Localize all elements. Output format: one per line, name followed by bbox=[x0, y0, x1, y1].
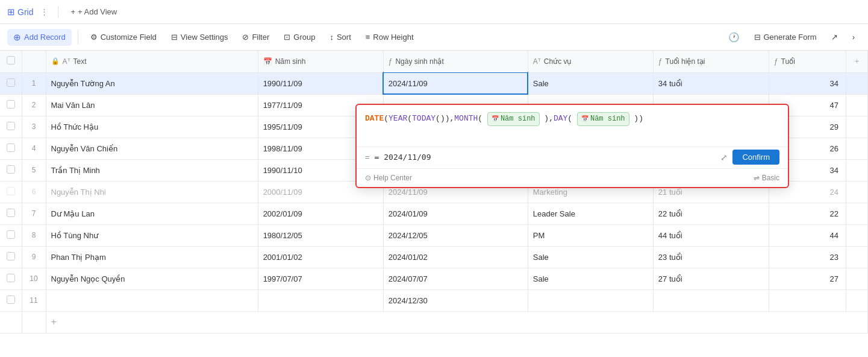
row-tuoi-hien-tai[interactable]: 34 tuổi bbox=[653, 72, 769, 94]
row-cb[interactable] bbox=[7, 252, 15, 261]
header-cb[interactable] bbox=[7, 56, 15, 65]
row-checkbox-cell[interactable] bbox=[0, 159, 22, 181]
row-cb[interactable] bbox=[7, 165, 15, 174]
row-nam-sinh[interactable] bbox=[258, 289, 383, 311]
row-text[interactable]: Nguyễn Tường An bbox=[46, 72, 258, 94]
customize-field-button[interactable]: ⚙ Customize Field bbox=[84, 30, 163, 45]
row-checkbox-cell[interactable] bbox=[0, 224, 22, 246]
row-cb[interactable] bbox=[7, 295, 15, 304]
add-row-num bbox=[22, 311, 46, 333]
row-number: 8 bbox=[22, 224, 46, 246]
row-chuc-vu[interactable]: Sale bbox=[528, 246, 653, 268]
row-text[interactable]: Phan Thị Phạm bbox=[46, 246, 258, 268]
row-tuoi[interactable]: 27 bbox=[769, 268, 846, 289]
grid-view-tab[interactable]: ⊞ Grid bbox=[7, 7, 33, 17]
help-center-link[interactable]: ⊙ Help Center bbox=[365, 174, 412, 182]
row-tuoi[interactable] bbox=[769, 289, 846, 311]
grid-options-menu[interactable]: ⋮ bbox=[38, 7, 51, 16]
row-nam-sinh[interactable]: 1980/12/05 bbox=[258, 224, 383, 246]
row-tuoi-hien-tai[interactable] bbox=[653, 289, 769, 311]
row-checkbox-cell[interactable] bbox=[0, 116, 22, 137]
add-row-plus-cell[interactable]: + bbox=[46, 311, 868, 333]
row-text[interactable]: Hồ Tùng Như bbox=[46, 224, 258, 246]
row-text[interactable] bbox=[46, 289, 258, 311]
more-button[interactable]: › bbox=[846, 30, 861, 45]
row-nam-sinh[interactable]: 2001/01/02 bbox=[258, 246, 383, 268]
row-tuoi[interactable]: 22 bbox=[769, 203, 846, 224]
confirm-button[interactable]: Confirm bbox=[732, 150, 779, 165]
view-settings-button[interactable]: ⊟ View Settings bbox=[165, 30, 234, 45]
header-tuoi[interactable]: ƒ Tuổi bbox=[769, 51, 846, 72]
expand-icon[interactable]: ⤢ bbox=[720, 153, 728, 162]
header-tuoi-hien-tai[interactable]: ƒ Tuổi hiện tại bbox=[653, 51, 769, 72]
formula-field-tag-2[interactable]: 📅Năm sinh bbox=[577, 112, 629, 126]
row-cb[interactable] bbox=[7, 230, 15, 239]
row-cb[interactable] bbox=[7, 144, 15, 152]
row-chuc-vu[interactable]: Sale bbox=[528, 268, 653, 289]
row-chuc-vu[interactable]: PM bbox=[528, 224, 653, 246]
row-ngay-sinh[interactable]: 2024/07/07 bbox=[383, 268, 528, 289]
row-tuoi-hien-tai[interactable]: 22 tuổi bbox=[653, 203, 769, 224]
row-tuoi-hien-tai[interactable]: 44 tuổi bbox=[653, 224, 769, 246]
row-cb[interactable] bbox=[7, 78, 15, 87]
group-button[interactable]: ⊡ Group bbox=[278, 30, 321, 45]
row-chuc-vu[interactable]: Sale bbox=[528, 72, 653, 94]
row-checkbox-cell[interactable] bbox=[0, 246, 22, 268]
header-checkbox[interactable] bbox=[0, 51, 22, 72]
row-chuc-vu[interactable] bbox=[528, 289, 653, 311]
row-checkbox-cell[interactable] bbox=[0, 289, 22, 311]
row-cb[interactable] bbox=[7, 122, 15, 130]
row-checkbox-cell[interactable] bbox=[0, 94, 22, 116]
header-nam-sinh[interactable]: 📅 Năm sinh bbox=[258, 51, 383, 72]
row-checkbox-cell[interactable] bbox=[0, 181, 22, 203]
add-record-button[interactable]: ⊕ Add Record bbox=[7, 29, 72, 46]
row-tuoi[interactable]: 23 bbox=[769, 246, 846, 268]
row-tuoi-hien-tai[interactable]: 23 tuổi bbox=[653, 246, 769, 268]
row-nam-sinh[interactable]: 2002/01/09 bbox=[258, 203, 383, 224]
row-nam-sinh[interactable]: 1997/07/07 bbox=[258, 268, 383, 289]
share-button[interactable]: ↗ bbox=[825, 30, 844, 45]
row-ngay-sinh[interactable]: 2024/12/30 bbox=[383, 289, 528, 311]
row-chuc-vu[interactable]: Leader Sale bbox=[528, 203, 653, 224]
filter-button[interactable]: ⊘ Filter bbox=[236, 30, 275, 45]
row-ngay-sinh[interactable]: 2024/01/09 bbox=[383, 203, 528, 224]
row-cb[interactable] bbox=[7, 100, 15, 109]
header-chuc-vu[interactable]: Aᵀ Chức vụ bbox=[528, 51, 653, 72]
row-tuoi[interactable]: 44 bbox=[769, 224, 846, 246]
formula-date-keyword: DATE bbox=[365, 114, 384, 123]
row-nam-sinh[interactable]: 1990/11/09 bbox=[258, 72, 383, 94]
row-cb[interactable] bbox=[7, 209, 15, 217]
row-ngay-sinh[interactable]: 2024/12/05 bbox=[383, 224, 528, 246]
formula-field-tag-1[interactable]: 📅Năm sinh bbox=[487, 112, 540, 126]
row-text[interactable]: Nguyễn Ngọc Quyền bbox=[46, 268, 258, 289]
row-tuoi-hien-tai[interactable]: 27 tuổi bbox=[653, 268, 769, 289]
row-text[interactable]: Dư Mậu Lan bbox=[46, 203, 258, 224]
add-view-button[interactable]: + + Add View bbox=[66, 5, 122, 19]
formula-editor[interactable]: DATE(YEAR(TODAY()),MONTH( 📅Năm sinh ),DA… bbox=[357, 105, 788, 147]
row-text[interactable]: Hồ Thức Hậu bbox=[46, 116, 258, 137]
header-add-col[interactable]: + bbox=[846, 51, 868, 72]
formula-result-row: = = 2024/11/09 ⤢ Confirm bbox=[357, 147, 788, 168]
row-checkbox-cell[interactable] bbox=[0, 203, 22, 224]
row-text[interactable]: Trần Thị Minh bbox=[46, 159, 258, 181]
row-add-col bbox=[846, 137, 868, 159]
row-tuoi[interactable]: 34 bbox=[769, 72, 846, 94]
row-cb[interactable] bbox=[7, 274, 15, 282]
row-checkbox-cell[interactable] bbox=[0, 137, 22, 159]
row-height-button[interactable]: ≡ Row Height bbox=[360, 30, 420, 45]
basic-link[interactable]: ⇌ Basic bbox=[754, 174, 779, 182]
header-ngay-sinh[interactable]: ƒ Ngày sinh nhật bbox=[383, 51, 528, 72]
row-add-col bbox=[846, 224, 868, 246]
history-button[interactable]: 🕐 bbox=[722, 29, 746, 46]
row-checkbox-cell[interactable] bbox=[0, 72, 22, 94]
row-cb[interactable] bbox=[7, 187, 15, 195]
row-text[interactable]: Nguyễn Văn Chiến bbox=[46, 137, 258, 159]
row-text[interactable]: Nguyễn Thị Nhi bbox=[46, 181, 258, 203]
header-text[interactable]: 🔒 Aᵀ Text bbox=[46, 51, 258, 72]
row-text[interactable]: Mai Văn Lân bbox=[46, 94, 258, 116]
sort-button[interactable]: ↕ Sort bbox=[323, 30, 357, 45]
row-ngay-sinh[interactable]: 2024/11/09 bbox=[383, 72, 528, 94]
generate-form-button[interactable]: ⊟ Generate Form bbox=[748, 30, 823, 45]
row-checkbox-cell[interactable] bbox=[0, 268, 22, 289]
row-ngay-sinh[interactable]: 2024/01/02 bbox=[383, 246, 528, 268]
